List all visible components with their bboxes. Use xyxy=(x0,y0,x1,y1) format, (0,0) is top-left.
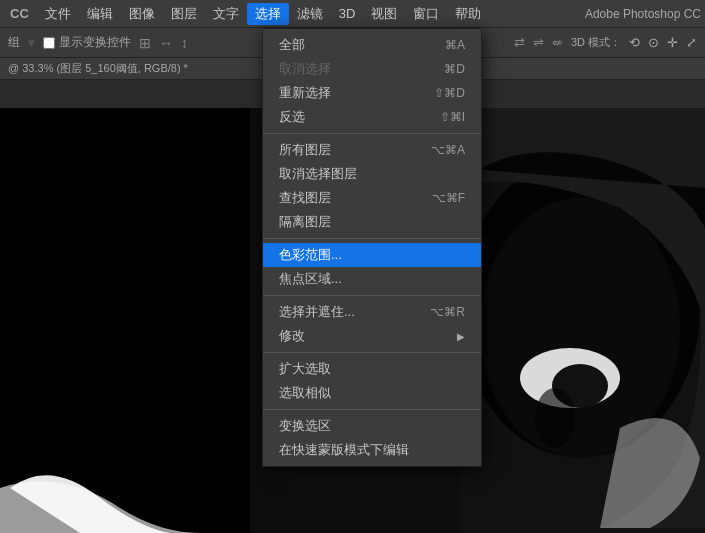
menu-item-deselect-shortcut: ⌘D xyxy=(444,62,465,76)
menu-sep-3 xyxy=(263,295,481,296)
menu-sep-2 xyxy=(263,238,481,239)
menu-filter[interactable]: 滤镜 xyxy=(289,3,331,25)
menu-item-all-layers-label: 所有图层 xyxy=(279,141,331,159)
menu-item-select-mask[interactable]: 选择并遮住... ⌥⌘R xyxy=(263,300,481,324)
toolbar-3d-icon1[interactable]: ⟲ xyxy=(629,35,640,50)
menu-select[interactable]: 选择 xyxy=(247,3,289,25)
menu-3d[interactable]: 3D xyxy=(331,4,364,23)
menu-item-similar-label: 选取相似 xyxy=(279,384,331,402)
menu-text[interactable]: 文字 xyxy=(205,3,247,25)
menu-item-grow-label: 扩大选取 xyxy=(279,360,331,378)
svg-point-5 xyxy=(535,388,575,448)
menu-item-all-label: 全部 xyxy=(279,36,305,54)
menu-item-transform-label: 变换选区 xyxy=(279,417,331,435)
menu-item-select-mask-label: 选择并遮住... xyxy=(279,303,355,321)
menu-item-modify[interactable]: 修改 ▶ xyxy=(263,324,481,348)
app-brand: CC xyxy=(4,6,35,21)
menu-window[interactable]: 窗口 xyxy=(405,3,447,25)
menu-item-find-layer-shortcut: ⌥⌘F xyxy=(432,191,465,205)
select-dropdown-menu: 全部 ⌘A 取消选择 ⌘D 重新选择 ⇧⌘D 反选 ⇧⌘I 所有图层 ⌥⌘A 取… xyxy=(262,28,482,467)
toolbar-icon-2: ↔ xyxy=(159,35,173,51)
menu-item-focus-area-label: 焦点区域... xyxy=(279,270,342,288)
toolbar-divider: ▾ xyxy=(28,35,35,50)
menu-item-inverse-shortcut: ⇧⌘I xyxy=(440,110,465,124)
toolbar-icon-arrange3: ⇍ xyxy=(552,35,563,50)
group-label: 组 xyxy=(8,34,20,51)
menu-item-find-layer[interactable]: 查找图层 ⌥⌘F xyxy=(263,186,481,210)
menu-item-grow[interactable]: 扩大选取 xyxy=(263,357,481,381)
transform-checkbox[interactable] xyxy=(43,37,55,49)
menu-item-modify-label: 修改 xyxy=(279,327,305,345)
status-text: @ 33.3% (图层 5_160阈值, RGB/8) * xyxy=(8,61,188,76)
menu-item-deselect-layers-label: 取消选择图层 xyxy=(279,165,357,183)
menu-sep-5 xyxy=(263,409,481,410)
menu-item-reselect[interactable]: 重新选择 ⇧⌘D xyxy=(263,81,481,105)
menu-item-color-range-label: 色彩范围... xyxy=(279,246,342,264)
menu-item-deselect-label: 取消选择 xyxy=(279,60,331,78)
menu-item-all[interactable]: 全部 ⌘A xyxy=(263,33,481,57)
menu-item-quickmask[interactable]: 在快速蒙版模式下编辑 xyxy=(263,438,481,462)
menu-item-all-shortcut: ⌘A xyxy=(445,38,465,52)
menu-item-transform[interactable]: 变换选区 xyxy=(263,414,481,438)
menu-help[interactable]: 帮助 xyxy=(447,3,489,25)
menu-item-isolate-layer-label: 隔离图层 xyxy=(279,213,331,231)
menu-item-similar[interactable]: 选取相似 xyxy=(263,381,481,405)
app-title: Adobe Photoshop CC xyxy=(585,7,701,21)
menu-file[interactable]: 文件 xyxy=(37,3,79,25)
menu-layer[interactable]: 图层 xyxy=(163,3,205,25)
menu-item-inverse[interactable]: 反选 ⇧⌘I xyxy=(263,105,481,129)
menu-item-color-range[interactable]: 色彩范围... xyxy=(263,243,481,267)
menu-item-deselect[interactable]: 取消选择 ⌘D xyxy=(263,57,481,81)
menu-item-all-layers-shortcut: ⌥⌘A xyxy=(431,143,465,157)
menu-item-reselect-label: 重新选择 xyxy=(279,84,331,102)
menu-item-quickmask-label: 在快速蒙版模式下编辑 xyxy=(279,441,409,459)
transform-label: 显示变换控件 xyxy=(59,34,131,51)
menu-item-isolate-layer[interactable]: 隔离图层 xyxy=(263,210,481,234)
svg-rect-6 xyxy=(0,108,250,533)
menu-item-focus-area[interactable]: 焦点区域... xyxy=(263,267,481,291)
menu-sep-1 xyxy=(263,133,481,134)
menu-item-select-mask-shortcut: ⌥⌘R xyxy=(430,305,465,319)
menu-image[interactable]: 图像 xyxy=(121,3,163,25)
menu-item-deselect-layers[interactable]: 取消选择图层 xyxy=(263,162,481,186)
toolbar-3d-icon4[interactable]: ⤢ xyxy=(686,35,697,50)
toolbar-3d-icon3[interactable]: ✛ xyxy=(667,35,678,50)
toolbar-icon-arrange2: ⇌ xyxy=(533,35,544,50)
toolbar-icon-3: ↕ xyxy=(181,35,188,51)
transform-checkbox-label[interactable]: 显示变换控件 xyxy=(43,34,131,51)
toolbar-icon-arrange1: ⇄ xyxy=(514,35,525,50)
submenu-arrow-icon: ▶ xyxy=(457,331,465,342)
toolbar-icon-1: ⊞ xyxy=(139,35,151,51)
toolbar-right: ⇄ ⇌ ⇍ 3D 模式： ⟲ ⊙ ✛ ⤢ xyxy=(514,35,697,50)
menubar: CC 文件 编辑 图像 图层 文字 选择 滤镜 3D 视图 窗口 帮助 Adob… xyxy=(0,0,705,28)
menu-item-all-layers[interactable]: 所有图层 ⌥⌘A xyxy=(263,138,481,162)
mode-label: 3D 模式： xyxy=(571,35,621,50)
toolbar-3d-icon2[interactable]: ⊙ xyxy=(648,35,659,50)
menu-sep-4 xyxy=(263,352,481,353)
menu-edit[interactable]: 编辑 xyxy=(79,3,121,25)
menu-item-reselect-shortcut: ⇧⌘D xyxy=(434,86,465,100)
menu-view[interactable]: 视图 xyxy=(363,3,405,25)
menu-item-inverse-label: 反选 xyxy=(279,108,305,126)
menu-item-find-layer-label: 查找图层 xyxy=(279,189,331,207)
